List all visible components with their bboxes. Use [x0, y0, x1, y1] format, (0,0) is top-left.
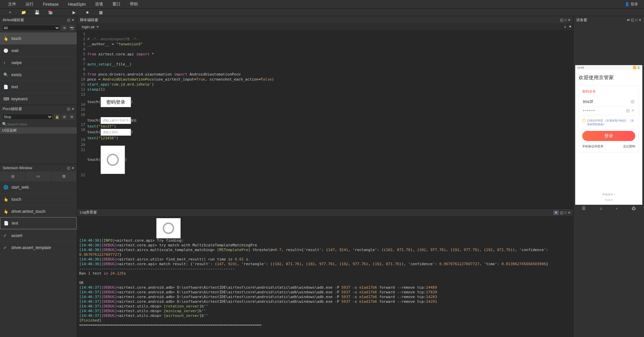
phone-nav-back[interactable]: ‹ [616, 206, 617, 211]
selenium-item-airtest-touch[interactable]: 👆driver.airtest_touch [0, 205, 77, 217]
menu-options[interactable]: 选项 [90, 1, 108, 7]
template-image-pwdlogin[interactable]: 密码登录 [101, 97, 131, 107]
template-image-username[interactable]: 请输入账号/手机号/邮箱 [101, 117, 131, 124]
label: driver.assert_template [11, 245, 51, 250]
template-image-loading[interactable] [101, 146, 125, 174]
poco-refresh-button[interactable]: ⟳ [61, 114, 67, 120]
save-button[interactable]: 💾 [30, 10, 44, 15]
search-icon: 🔍 [2, 122, 7, 127]
label: touch [11, 36, 21, 41]
filter-icon[interactable]: ▼ [553, 210, 559, 215]
airtest-item-exists[interactable]: 🔍exists [0, 68, 77, 81]
template-image-password[interactable]: 请输入密码 [101, 129, 131, 136]
selenium-window-button[interactable]: ▭ [26, 172, 51, 181]
selenium-chrome-button[interactable]: ◎ [0, 172, 26, 181]
menu-headspin[interactable]: HeadSpin [63, 2, 91, 7]
eye-icon[interactable]: 👁 [631, 109, 635, 113]
clear-icon[interactable]: × [626, 109, 630, 113]
close-icon[interactable]: ✕ [71, 166, 74, 170]
selenium-inspect-button[interactable]: ⧉ [51, 172, 77, 181]
phone-login-button[interactable]: 登录 [582, 131, 635, 141]
phone-nav-home[interactable]: ⌂ [600, 206, 602, 211]
poco-search-input[interactable] [7, 122, 75, 126]
poco-ui-tree[interactable]: UI渲染树 [0, 127, 77, 134]
login-link[interactable]: 👤 登录 [622, 2, 641, 7]
airtest-item-wait[interactable]: 🕐wait [0, 44, 77, 56]
airtest-item-touch[interactable]: 👆touch [0, 32, 77, 44]
gutter: 12345678910111213 141516 1718 192021 22 [77, 30, 87, 208]
maximize-icon[interactable]: □ [564, 18, 566, 22]
airtest-camera-button[interactable]: 📷 [69, 25, 75, 31]
undock-icon[interactable]: ◱ [631, 18, 634, 22]
terms-link-agreement[interactable]: 《京管家用户协议》 [604, 119, 628, 122]
close-icon[interactable]: ✕ [568, 18, 571, 22]
phone-forgot-link[interactable]: 忘记密码 [623, 144, 635, 149]
editor-tab[interactable]: login.air✕ [79, 25, 102, 29]
undock-icon[interactable]: ◱ [560, 18, 563, 22]
label: text [11, 85, 18, 89]
selenium-item-assert-template[interactable]: ✓driver.assert_template [0, 241, 77, 253]
close-icon[interactable]: ✕ [71, 107, 74, 111]
tab-menu-button[interactable]: ▾ [569, 24, 571, 30]
phone-password-input[interactable]: •••••• ×👁 [582, 106, 635, 115]
label: text [12, 221, 18, 226]
airtest-panel: Airtest辅助窗 ◱✕ All ⧈ 📷 👆touch 🕐wait ↕swip… [0, 16, 77, 105]
editor-panel-title: 脚本编辑窗 [80, 17, 98, 22]
airtest-item-swipe[interactable]: ↕swipe [0, 56, 77, 68]
device-screen[interactable]: 14:46 📶 🔋 欢迎使用京管家 密码登录 tms3f × •••••• ×👁 [575, 25, 643, 336]
open-folder-button[interactable]: 📁 [17, 10, 30, 15]
stop-button[interactable]: ■ [81, 10, 94, 15]
airtest-record-button[interactable]: ⧈ [61, 25, 67, 31]
selenium-item-startweb[interactable]: 🌐start_web [0, 181, 77, 193]
tab-close-icon[interactable]: ✕ [96, 25, 99, 29]
phone-nav-menu[interactable]: ☰ [582, 206, 586, 211]
close-icon[interactable]: ✕ [568, 211, 571, 214]
phone-welcome-title: 欢迎使用京管家 [579, 75, 639, 81]
menu-help[interactable]: 帮助 [125, 1, 143, 7]
terms-checkbox[interactable] [582, 119, 586, 122]
poco-panel-title: Poco辅助窗 [3, 106, 22, 111]
phone-version: 5.22.0 [579, 198, 639, 201]
menu-run[interactable]: 运行 [21, 1, 38, 7]
airtest-filter-select[interactable]: All [2, 25, 60, 31]
clear-icon[interactable]: × [631, 100, 635, 104]
toggle-icon[interactable]: ⇄ [627, 18, 630, 22]
undock-icon[interactable]: ◱ [67, 166, 70, 170]
menu-window[interactable]: 窗口 [108, 1, 125, 7]
undock-icon[interactable]: ◱ [560, 211, 563, 214]
phone-sms-login-link[interactable]: 手机验证码登录 [582, 144, 603, 149]
maximize-icon[interactable]: □ [635, 18, 637, 22]
airtest-item-keyevent[interactable]: ⌨keyevent [0, 93, 77, 105]
code-editor[interactable]: 12345678910111213 141516 1718 192021 22 … [77, 30, 573, 208]
menu-firebase[interactable]: Firebase [38, 2, 63, 7]
airtest-item-text[interactable]: 📄text [0, 81, 77, 93]
selenium-item-assert[interactable]: ✓assert [0, 229, 77, 241]
phone-apply-link[interactable]: 申请合作 > [579, 193, 639, 196]
undock-icon[interactable]: ◱ [67, 18, 70, 22]
log-output[interactable]: [14:46:36][INFO]<airtest.core.api> Try f… [77, 216, 573, 337]
poco-mode-select[interactable]: Stop [2, 114, 53, 120]
phone-username-input[interactable]: tms3f × [582, 97, 635, 106]
new-file-button[interactable]: ＋ [3, 9, 17, 15]
selenium-item-text[interactable]: 📄text [0, 217, 77, 229]
undock-icon[interactable]: ◱ [67, 107, 70, 111]
close-icon[interactable]: ✕ [639, 18, 641, 22]
run-button[interactable]: ▶ [67, 10, 81, 15]
selenium-panel-title: Selenium Window [3, 166, 32, 170]
phone-terms: 已阅读并同意 《京管家用户协议》 《京管家隐私政策》 [582, 119, 635, 126]
add-tab-button[interactable]: ＋ [563, 24, 567, 30]
save-all-button[interactable]: 📚 [44, 10, 57, 15]
maximize-icon[interactable]: □ [564, 211, 566, 214]
phone-nav-power[interactable]: ⏻ [632, 206, 636, 211]
selenium-item-touch[interactable]: 👆touch [0, 193, 77, 205]
selenium-panel: Selenium Window ◱✕ ◎ ▭ ⧉ 🌐start_web 👆tou… [0, 164, 77, 337]
report-button[interactable]: ▦ [94, 10, 107, 15]
close-icon[interactable]: ✕ [71, 18, 74, 22]
label: keyevent [11, 97, 28, 101]
device-panel-title: 设备窗 [576, 17, 587, 22]
menubar: 文件 运行 Firebase HeadSpin 选项 窗口 帮助 👤 登录 [0, 0, 644, 9]
poco-lock-button[interactable]: 🔒 [54, 114, 60, 120]
menu-file[interactable]: 文件 [3, 1, 21, 7]
poco-record-button[interactable]: ⧈ [69, 114, 75, 120]
phone-login-tab[interactable]: 密码登录 [582, 89, 596, 94]
